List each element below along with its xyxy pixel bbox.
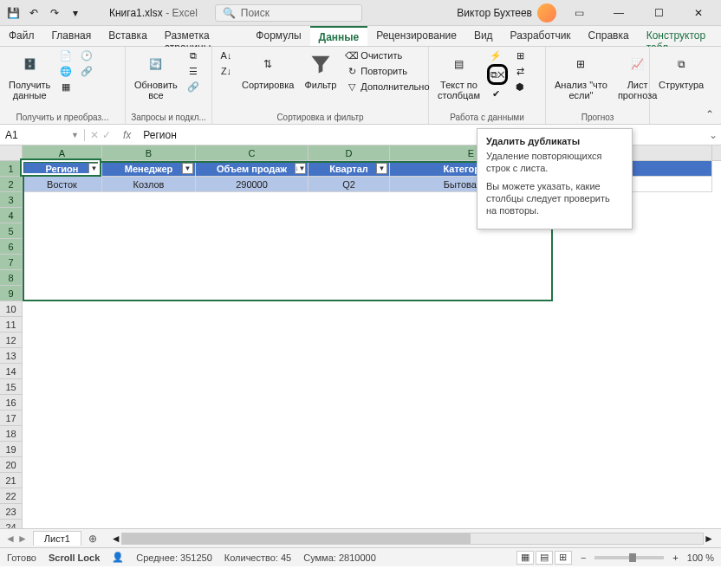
row-header[interactable]: 11 [0, 317, 23, 333]
collapse-ribbon-icon[interactable]: ⌃ [705, 108, 714, 120]
recent-sources-button[interactable]: 🕑 [78, 48, 95, 62]
chevron-down-icon[interactable]: ▼ [71, 131, 79, 139]
cell[interactable] [633, 161, 712, 177]
row-header[interactable]: 3 [0, 192, 23, 208]
avatar[interactable] [537, 3, 556, 23]
from-web-button[interactable]: 🌐 [57, 64, 75, 78]
filter-btn-icon[interactable]: ▼ [182, 163, 193, 174]
filter-btn-icon[interactable]: ▼ [88, 163, 100, 174]
tab-data[interactable]: Данные [310, 26, 368, 46]
row-header[interactable]: 23 [0, 504, 23, 520]
from-table-button[interactable]: ▦ [57, 80, 75, 94]
row-header[interactable]: 4 [0, 208, 23, 223]
row-header[interactable]: 15 [0, 379, 23, 395]
col-header-blank[interactable] [633, 145, 712, 160]
cell[interactable]: Q2 [309, 177, 390, 192]
sheet-prev-icon[interactable]: ◄ [5, 533, 16, 545]
editlinks-button[interactable]: 🔗 [185, 80, 202, 94]
header-region[interactable]: Регион▼ [23, 161, 102, 177]
row-header[interactable]: 9 [0, 286, 23, 301]
expand-formula-icon[interactable]: ⌄ [705, 129, 721, 141]
fx-icon[interactable]: fx [116, 129, 138, 141]
pagelayout-view-icon[interactable]: ▤ [536, 551, 553, 565]
tab-file[interactable]: Файл [0, 26, 43, 46]
row-header[interactable]: 16 [0, 395, 23, 410]
row-header[interactable]: 21 [0, 473, 23, 488]
scroll-left-icon[interactable]: ◄ [111, 533, 121, 545]
filter-btn-icon[interactable]: ▼ [376, 163, 387, 174]
ribbon-display-icon[interactable]: ▭ [562, 1, 596, 25]
zoom-slider[interactable] [594, 556, 664, 559]
maximize-icon[interactable]: ☐ [641, 1, 676, 25]
cell[interactable]: 290000 [196, 177, 309, 192]
row-header[interactable]: 14 [0, 364, 23, 379]
scroll-thumb[interactable] [122, 533, 471, 544]
relationships-button[interactable]: ⇄ [511, 64, 529, 78]
filter-btn-icon[interactable]: ↓▼ [295, 163, 306, 174]
consolidate-button[interactable]: ⊞ [511, 48, 529, 62]
sort-button[interactable]: ⇅ Сортировка [238, 48, 297, 92]
row-header[interactable]: 20 [0, 457, 23, 473]
row-header[interactable]: 7 [0, 255, 23, 270]
text-to-columns-button[interactable]: ▤ Текст по столбцам [434, 48, 484, 102]
zoom-level[interactable]: 100 % [687, 552, 714, 563]
outline-button[interactable]: ⧉ Структура [655, 48, 707, 92]
sheet-tab[interactable]: Лист1 [33, 531, 81, 546]
close-icon[interactable]: ✕ [681, 1, 716, 25]
tab-formulas[interactable]: Формулы [247, 26, 309, 46]
row-header[interactable]: 12 [0, 333, 23, 348]
advanced-filter-button[interactable]: ▽Дополнительно [343, 80, 432, 94]
col-header-A[interactable]: A [23, 145, 102, 160]
from-text-button[interactable]: 📄 [57, 48, 75, 62]
queries-button[interactable]: ⧉ [185, 48, 202, 62]
remove-duplicates-button[interactable]: ⧉✕ [487, 64, 508, 85]
tab-insert[interactable]: Вставка [100, 26, 156, 46]
row-header[interactable]: 13 [0, 348, 23, 364]
flash-fill-button[interactable]: ⚡ [487, 48, 508, 62]
undo-icon[interactable]: ↶ [26, 5, 42, 21]
save-icon[interactable]: 💾 [5, 5, 21, 21]
add-sheet-icon[interactable]: ⊕ [81, 533, 104, 545]
header-manager[interactable]: Менеджер▼ [102, 161, 196, 177]
col-header-D[interactable]: D [309, 145, 390, 160]
get-data-button[interactable]: 🗄️ Получить данные [5, 48, 54, 102]
cell[interactable]: Восток [23, 177, 102, 192]
accessibility-icon[interactable]: 👤 [112, 552, 124, 563]
refresh-all-button[interactable]: 🔄 Обновить все [131, 48, 181, 102]
header-quarter[interactable]: Квартал▼ [309, 161, 390, 177]
scroll-track[interactable] [121, 533, 704, 545]
minimize-icon[interactable]: — [601, 1, 636, 25]
col-header-C[interactable]: C [196, 145, 309, 160]
redo-icon[interactable]: ↷ [47, 5, 62, 21]
row-header[interactable]: 6 [0, 239, 23, 255]
tab-home[interactable]: Главная [43, 26, 101, 46]
cell[interactable]: Козлов [102, 177, 196, 192]
data-validation-button[interactable]: ✔ [487, 87, 508, 100]
normal-view-icon[interactable]: ▦ [516, 551, 534, 565]
select-all-corner[interactable] [0, 145, 23, 160]
tab-tabledesign[interactable]: Конструктор табл [638, 26, 721, 46]
row-header[interactable]: 22 [0, 488, 23, 504]
row-header[interactable]: 8 [0, 270, 23, 286]
manage-model-button[interactable]: ⬢ [511, 80, 529, 94]
row-header[interactable]: 10 [0, 301, 23, 317]
col-header-B[interactable]: B [102, 145, 196, 160]
clear-filter-button[interactable]: ⌫Очистить [343, 48, 432, 62]
row-header[interactable]: 24 [0, 520, 23, 528]
scroll-right-icon[interactable]: ► [704, 533, 714, 545]
name-box[interactable]: A1 ▼ [0, 129, 85, 141]
row-header[interactable]: 2 [0, 177, 23, 192]
reapply-button[interactable]: ↻Повторить [343, 64, 432, 78]
horizontal-scrollbar[interactable]: ◄ ► [111, 533, 714, 545]
properties-button[interactable]: ☰ [185, 64, 202, 78]
tab-pagelayout[interactable]: Разметка страницы [156, 26, 248, 46]
cell[interactable] [633, 177, 712, 192]
sort-asc-button[interactable]: A↓ [218, 48, 235, 62]
pagebreak-view-icon[interactable]: ⊞ [555, 551, 572, 565]
sheet-next-icon[interactable]: ► [17, 533, 28, 545]
zoom-thumb[interactable] [629, 553, 636, 562]
tab-review[interactable]: Рецензирование [367, 26, 465, 46]
zoom-out-icon[interactable]: − [581, 552, 586, 563]
zoom-in-icon[interactable]: + [672, 552, 678, 563]
header-sales[interactable]: Объем продаж↓▼ [196, 161, 309, 177]
